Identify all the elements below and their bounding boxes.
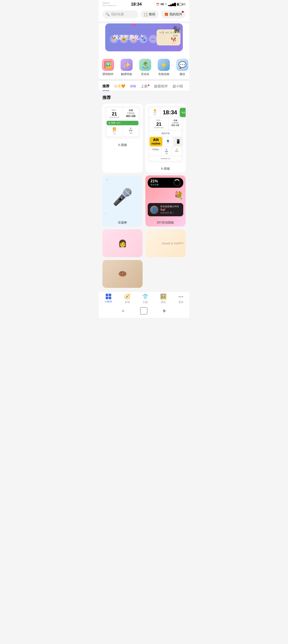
xp-right-wifi-status: Off <box>154 114 156 116</box>
wallpaper-label: 壁纸制作 <box>102 72 114 76</box>
discover-icon: 🧭 <box>124 294 130 300</box>
tab-mini-widget[interactable]: 超小组 <box>172 84 183 91</box>
search-bar[interactable]: 🔍 我的电量 <box>102 10 138 18</box>
xp-right-cellular: 📡 蜂窝 On <box>162 147 171 156</box>
xp-bt-icon: 🔵 <box>167 140 169 142</box>
battery-icon <box>177 3 182 6</box>
xp-right-bt: 🔵 Off <box>163 137 172 146</box>
home-indicator: ≡ <box>99 305 189 318</box>
xp-used-size: 463 GB <box>124 114 137 118</box>
xp-battery-icon: 🔋 <box>108 122 110 124</box>
diy-flower-icon: 💐 <box>174 191 183 200</box>
xp-cellular-cell: 📡 蜂窝 On <box>123 126 139 136</box>
xp-row-3: 📶 WiFi Off 📡 蜂窝 On <box>106 126 138 136</box>
quick-icons-row: 🖼️ 壁纸制作 ✨ 触屏特效 🏝️ 灵动岛 ⚡ 充电动画 💬 微信 <box>99 56 189 79</box>
banner-icon-dog: 🐕 <box>110 35 118 43</box>
xp-wifi-cell: 📶 WiFi Off <box>106 126 122 136</box>
banner-icon-cat: 🐱 <box>120 35 128 43</box>
nav-menu-icon: ≡ <box>122 308 124 314</box>
quick-icon-wallpaper[interactable]: 🖼️ 壁纸制作 <box>99 59 117 76</box>
xp-brightness-label: 83% <box>175 150 178 152</box>
more-icon: ⋯ <box>178 294 184 300</box>
bottom-card-2[interactable]: Sweet & HaPPY <box>146 229 186 257</box>
nav-theme[interactable]: 👕 主题 <box>142 294 148 304</box>
banner[interactable]: 状态栏美化 》 🐕 🐱 🐷 🐾 ··· 🐈‍⬛ 5G ▍ WiFi 🔋100% … <box>105 24 183 51</box>
xp-right-storage-group: 存储 已用内容 463 GB <box>169 118 182 130</box>
xp-right-date: 星期一 21 2024年10月 <box>150 118 168 130</box>
quick-icon-charge[interactable]: ⚡ 充电动画 <box>154 59 173 76</box>
xp-date-cell: 星期一 21 2024年10月 <box>106 108 122 120</box>
xp-right-realme: 真我 realme <box>150 137 162 146</box>
xp-right-storage: 存储 已用内容 463 GB <box>169 118 182 130</box>
tab-gumei[interactable]: 谷美🧡 <box>114 84 126 91</box>
tab-recommended[interactable]: 推荐 <box>102 84 110 91</box>
xp-right-wifi-icon: 📶 <box>154 110 156 112</box>
diy-decoration: 💐 <box>148 190 183 201</box>
nav-more[interactable]: ⋯ 更多 <box>178 294 184 304</box>
nav-more-label: 更多 <box>178 300 184 304</box>
search-icon: 🔍 <box>106 12 110 16</box>
my-widget-button[interactable]: 🎁 我的组件 <box>161 10 186 18</box>
tutorial-label: 教程 <box>149 12 156 16</box>
watermark-line2: bbs.liuxingw.com <box>102 4 116 7</box>
section-divider <box>99 79 189 81</box>
alarm-icon: ⏰ <box>156 3 160 6</box>
xp-storage-cell: 存储 已用内容 463 GB <box>123 108 139 120</box>
xp-right-row1: 📶 Wifi Off 18:34 电量: 21% <box>150 108 182 117</box>
nav-home-icon <box>140 307 148 314</box>
xp-right-row3: 我的手机 <box>150 131 182 136</box>
notification-dot <box>182 11 184 13</box>
bottom-card-1[interactable]: 👩 <box>102 229 142 257</box>
watermark-line1: 流量社区 <box>102 2 116 4</box>
widget-card-cheer[interactable]: ✦ ✦ 🎤 应援棒 <box>102 176 142 226</box>
xp-wifi-icon: 📶 <box>113 127 116 130</box>
nav-wallpaper[interactable]: 🖼️ 壁纸 <box>160 294 166 304</box>
charge-icon: ⚡ <box>158 59 170 71</box>
tutorial-button[interactable]: 📋 教程 <box>140 10 159 18</box>
bottom-cards-row: 👩 Sweet & HaPPY 🍩 <box>102 229 186 288</box>
quick-icon-touch[interactable]: ✨ 触屏特效 <box>117 59 136 76</box>
banner-icon-dark: 🐾 <box>139 35 148 43</box>
nav-discover[interactable]: 🧭 发现 <box>124 294 130 304</box>
xpanel-right-content: 📶 Wifi Off 18:34 电量: 21% 星期一 21 2024年10月 <box>148 106 183 162</box>
xp-right-date-num: 21 <box>151 122 167 126</box>
banner-icon-pig: 🐷 <box>129 35 138 43</box>
widget-grid-icon <box>106 294 111 299</box>
tab-new[interactable]: 上新 <box>141 84 149 91</box>
search-placeholder: 我的电量 <box>111 12 124 16</box>
touch-label: 触屏特效 <box>121 72 132 76</box>
xp-brightness-icon: ☀️ <box>176 148 178 150</box>
xp-cellular-icon: 📡 <box>130 127 132 130</box>
nav-discover-label: 发现 <box>125 300 130 304</box>
xp-row-1: 星期一 21 2024年10月 存储 已用内容 463 GB <box>106 108 138 120</box>
widget-card-xpanel-right[interactable]: 📶 Wifi Off 18:34 电量: 21% 星期一 21 2024年10月 <box>146 104 186 172</box>
xp-battery-label: 电量: 21% <box>111 122 120 124</box>
wechat-icon: 💬 <box>176 59 188 71</box>
quick-icon-wechat[interactable]: 💬 微信 <box>173 59 189 76</box>
banner-icons-row: 🐕 🐱 🐷 🐾 ··· <box>105 33 162 45</box>
widget-label-xpanel-left: X-面板 <box>102 141 142 149</box>
tab-super-widget[interactable]: 超级组件 <box>154 84 168 91</box>
status-bar: 流量社区 bbs.liuxingw.com 18:34 ⏰ HD ⁵ᴳ ▂▄▆█… <box>99 0 189 8</box>
cheer-stick-icon: 🎤 <box>112 188 132 206</box>
tab-ios[interactable]: iOS <box>130 84 136 91</box>
xp-cellular-label: 蜂窝 <box>129 130 132 132</box>
widget-card-diy[interactable]: 21% 剩余电量 💐 👤 你永远在我心中闪亮💕 10月21日 周一 <box>146 176 186 226</box>
xp-right-row2: 星期一 21 2024年10月 存储 已用内容 463 GB <box>150 118 182 130</box>
nav-widget[interactable]: 小组件 <box>104 294 112 304</box>
wallpaper-nav-icon: 🖼️ <box>160 294 166 300</box>
diy-percent: 21% <box>150 179 159 183</box>
diy-battery-info: 21% 剩余电量 <box>150 179 159 186</box>
network-icon: ⁵ᴳ <box>165 3 167 6</box>
bottom-card-1-icon: 👩 <box>102 229 142 257</box>
widget-grid: 星期一 21 2024年10月 存储 已用内容 463 GB 🔋 <box>102 104 186 226</box>
banner-heart-icon: 💕 <box>132 24 136 26</box>
xp-cellular-status: On <box>129 132 132 134</box>
nav-widget-label: 小组件 <box>104 300 112 304</box>
diy-avatar: 👤 <box>150 206 158 214</box>
bottom-card-3[interactable]: 🍩 <box>102 260 142 288</box>
diy-message-text: 你永远在我心中闪亮💕 10月21日 周一 <box>160 205 181 214</box>
quick-icon-island[interactable]: 🏝️ 灵动岛 <box>136 59 154 76</box>
my-widget-label: 我的组件 <box>169 12 182 16</box>
widget-card-xpanel-left[interactable]: 星期一 21 2024年10月 存储 已用内容 463 GB 🔋 <box>102 104 142 172</box>
